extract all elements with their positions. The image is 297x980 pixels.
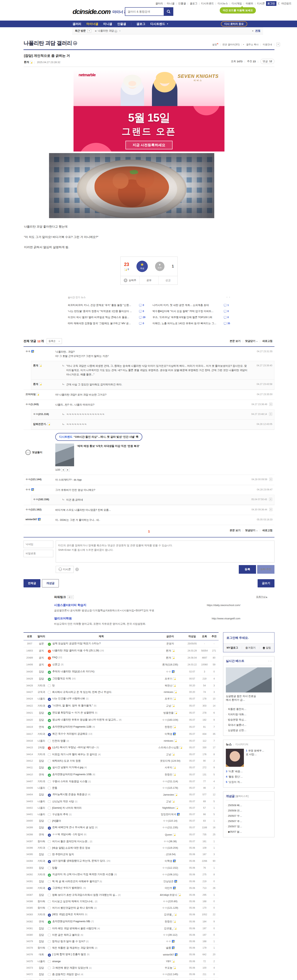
post-link[interactable]: 지금까지 개 산책 다니면서 직접 목격한 기이한 사건들 — [52, 873, 113, 876]
board-row[interactable]: 34428 기타괴 맛 북한산 00:20 54 3 — [24, 682, 219, 689]
comment-author[interactable]: ㅇㅇ(211.118) — [33, 412, 62, 416]
post-link[interactable]: 문틈 — [52, 786, 57, 789]
post-link[interactable]: 나는 인간을 너무 사랑하나봐 — [52, 697, 85, 700]
concept-item[interactable]: 250508 전… — [226, 808, 272, 813]
news-item[interactable]: 이것이 섹시 엘프! 엘라 비주얼로 맥심 콘테스트 돌풍...29 — [68, 314, 146, 320]
post-link[interactable]: 튀긴 옥수수 처리법이 궁금해요 — [52, 732, 87, 735]
best-pager[interactable]: ‹ › — [268, 660, 272, 662]
comment-page-1[interactable]: 1 — [148, 530, 150, 533]
best-item[interactable]: 뒤틀린 황천의… — [226, 706, 272, 712]
row-author[interactable]: ㅇㅇ(183.104) — [162, 718, 178, 721]
alerts-link[interactable]: 알림 — [263, 646, 271, 649]
post-link[interactable]: 구선동의 추억 — [52, 813, 68, 816]
recent-visit-dropdown[interactable]: ▼ — [87, 29, 91, 33]
row-author[interactable]: ㅇㅇ(112.152) — [162, 866, 178, 869]
row-author[interactable]: 김샛별_ — [164, 927, 173, 930]
downvote-button[interactable]: ▼비추 — [155, 262, 165, 271]
recent-visit-all-link[interactable]: 전체 — [255, 29, 260, 33]
board-row[interactable]: 34401 나폴리 구선동의 추억[1] 밍밍한미역국 05.07 66 5 — [24, 811, 219, 818]
board-row[interactable]: 34414 기타괴 이웃집 개가 너무 빨리 배우는 것 같아요[4] 고낲 0… — [24, 751, 219, 757]
board-row[interactable]: 34383 기타괴 [레딧 괴담] 감옥은 지옥이다[5] 김샛별_ 05.06… — [24, 911, 219, 918]
comment-author[interactable]: 흰개 — [33, 382, 62, 386]
board-row[interactable]: 34379 잡담 명작선 링크 달아 줄 수 있어?[2] ㅇㅇ 05.06 1… — [24, 938, 219, 945]
gallog-icon[interactable] — [30, 61, 32, 64]
all-posts-button[interactable]: 전체글 — [24, 579, 40, 587]
post-link[interactable]: OO저택 해석 — [52, 979, 67, 980]
news-item[interactable]: 우즈, ‘드라우닝’ 역주행 6개월 만에 멜론 TOP100 1위0 — [152, 314, 230, 320]
news-item[interactable]: 피프티피프티 키나, 건강 문제로 ‘푸키’ 활동 불참 "신중...0 — [68, 302, 146, 308]
post-link[interactable]: 추억의 나폴리탄 괴담(로스트 미디어) — [52, 670, 94, 673]
gnb-item[interactable]: 디시트렌드 — [150, 22, 168, 26]
search-input[interactable] — [125, 7, 164, 16]
concept-item[interactable]: ◆05/07 블… — [226, 829, 272, 834]
delete-comment-button[interactable]: × — [269, 478, 273, 481]
concept-item[interactable]: 250507 찾… — [226, 824, 272, 829]
tab-news[interactable]: 뉴스 — [226, 743, 232, 746]
board-row[interactable]: 34429 잡담 그만할게요 이제[10] 츠루기 00:57 219 4 — [24, 675, 219, 682]
post-link[interactable]: [AI]폴더 — [52, 819, 61, 822]
news-item[interactable]: ‘나는 반딧불’ 원곡자 정중식 "저작권료 1만원 들어오다 ...0 — [68, 308, 146, 314]
news-list-item[interactable]: 3‘이혼’ 배종… — [226, 769, 272, 774]
post-link[interactable]: 영화 보다가 초반 규칙괴담스러워서 엄청 기대했는데 실... — [52, 893, 117, 896]
ad-banner[interactable]: netmarble SEVEN KNIGHTS리버스 5월 15일 그랜드 오픈… — [73, 69, 224, 151]
comment-author[interactable]: ㅇㅇ — [25, 350, 55, 353]
board-row[interactable]: 34422 기타괴 "시연아, 잘 들어. 엄마 꼭 돌아올게."[5] 고낲 … — [24, 702, 219, 710]
row-author[interactable]: ㅇㅇ — [166, 940, 171, 943]
row-author[interactable]: 한청민 — [165, 773, 172, 776]
board-row[interactable]: 34392 기타괴 지금까지 개 산책 다니면서 직접 목격한 기이한 사건들[… — [24, 871, 219, 878]
board-row[interactable]: 34406 나폴리 문틈 ㅇㅇ(115.178) 05.07 46 2 — [24, 784, 219, 791]
row-author[interactable]: ㅇㅇ(115.178) — [162, 786, 178, 789]
row-author[interactable]: 사루치 — [165, 766, 172, 769]
comment-author[interactable]: ㅇㅇ(1.243) — [25, 402, 55, 406]
row-author[interactable]: Jameslee — [163, 793, 174, 796]
row-author[interactable]: 북한산 — [165, 684, 172, 687]
vote-action-button[interactable]: 신고 — [159, 276, 178, 285]
row-author[interactable]: 츠루기 — [165, 677, 172, 680]
post-link[interactable]: 그곳에선 우리가 벌레였다. — [52, 886, 83, 889]
board-row[interactable]: 34395 잡담 한 주한미군의 일지 . (218.54) 05.06 167… — [24, 851, 219, 858]
post-link[interactable]: [배송 알림] 소포에 대한 중요 정보 — [52, 846, 90, 849]
favorites-link[interactable]: 즐겨찾기 — [245, 646, 256, 649]
board-row[interactable]: 34403 나폴리 산신님의 작은 사당[1] 고낲 05.07 69 5 — [24, 798, 219, 805]
row-author[interactable]: ㅇㅇ — [166, 670, 171, 673]
utility-nav-item[interactable]: 미니갤 — [165, 2, 176, 5]
concept-posts-button[interactable]: 개념글 — [42, 579, 59, 587]
row-author[interactable]: ㅇㅇ(119.204) — [162, 846, 178, 849]
gallery-title[interactable]: 나폴리탄 괴담 갤러리m — [24, 40, 77, 47]
board-row[interactable]: 34386 찾아줘 다시보고 싶은데 제목이 기억안나네..[2] ㅇㅇ(220… — [24, 898, 219, 905]
post-link[interactable]: 채찍피티) 도쿄 기억 정원 — [52, 759, 81, 762]
post-link[interactable]: 연도별 희망직업 <- 이거 쓴 낲갤런데 — [52, 711, 94, 714]
post-link[interactable]: ㅇㅇ역 괴담사례 - 1차 답사 — [52, 833, 83, 836]
board-row[interactable]: 34393 잡담 망할 ㅇㅇ(112.152) 05.06 76 1 — [24, 865, 219, 871]
row-author[interactable]: 안냥성준 — [164, 880, 174, 883]
board-row[interactable]: 34396 기타괴 [배송 알림] 소포에 대한 중요 정보 ㅇㅇ(119.20… — [24, 845, 219, 851]
view-post-link[interactable]: 본문 보기 — [228, 528, 243, 532]
post-link[interactable]: 한 주한미군의 일지 — [52, 853, 74, 856]
post-link[interactable]: 산신님의 작은 사당 — [52, 800, 74, 803]
best-item[interactable]: 싱글벙글 선한… — [226, 727, 272, 733]
concept-item[interactable]: 250507 무… — [226, 813, 272, 818]
board-row[interactable]: 34373 잡담 그 예전에 꿨던 개꿈이 있었는데[1] 우포늪 05.06 … — [24, 964, 219, 971]
board-row[interactable]: 14406 공지 신문고[3] 흰개(118.235) 24.03.22 100… — [24, 661, 219, 668]
my-gallog-link[interactable]: MY갤로그 — [227, 646, 238, 649]
post-link[interactable]: 뭐든 뒤틀린 걸 제공하는 괴담 찾아줘 — [52, 946, 94, 949]
row-author[interactable]: 김샛별_ — [164, 913, 173, 916]
best-thumbnail-caption[interactable]: 싱글벙글 젊은 의사 진료실 에서 환자가 급… — [226, 694, 272, 702]
dc-lottery-button[interactable]: 디시 로터리 응모 — [221, 21, 247, 27]
comment-author[interactable]: ㅇㅇ(121.144) — [25, 478, 55, 481]
powerlink-guide-link[interactable]: 등록안내 — [256, 595, 267, 598]
board-row[interactable]: 34410 연재 초자연현상처리반 Fragments 10화[6] 한청민 0… — [24, 771, 219, 778]
post-link[interactable]: 명작선 링크 달아 줄 수 있어? — [52, 940, 85, 943]
post-link[interactable]: 평소에 나폴리탄 유튜브 영상을 보니까 이런게 내 알고리... — [52, 718, 118, 721]
utility-nav-item[interactable]: 디시게임 — [230, 2, 243, 5]
row-author[interactable]: NightMoon — [162, 807, 175, 809]
best-item[interactable]: 방송분량 욕심… — [226, 717, 272, 722]
night-mode-toggle[interactable]: 야간모드 — [281, 2, 292, 5]
row-author[interactable]: 낼름 — [166, 946, 171, 949]
row-author[interactable]: 한청민 — [165, 920, 172, 923]
nickname-input[interactable] — [24, 541, 53, 548]
comment-author[interactable]: 으어어엌 — [25, 393, 55, 396]
post-link[interactable]: 좀 감동적인 괴담은 없나 — [52, 973, 80, 976]
board-row[interactable]: 34412 잡담 채찍피티) 도쿄 기억 정원 겟또다제 (124.54) 05… — [24, 757, 219, 764]
post-link[interactable]: 회사에서 규칙서라고 준 게 있는데, 진짜 존나 무섭다. — [52, 690, 112, 694]
